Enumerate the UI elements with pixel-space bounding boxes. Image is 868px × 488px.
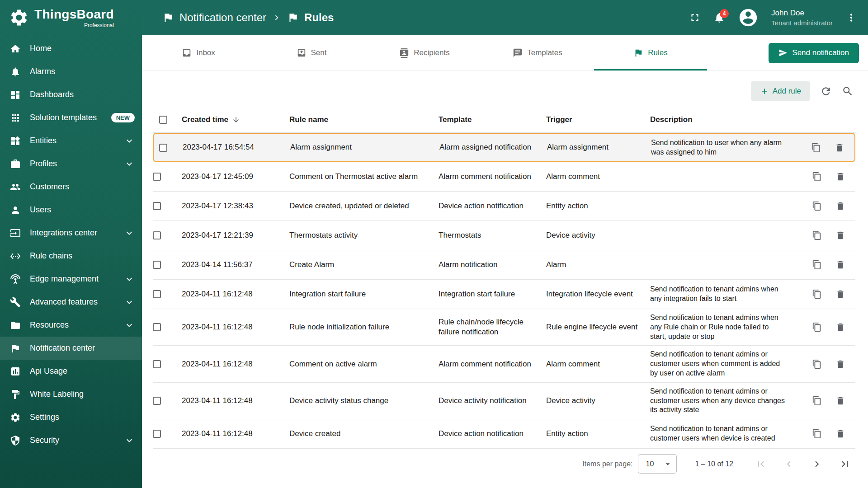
sidebar-item-white-labeling[interactable]: White Labeling xyxy=(0,383,142,406)
delete-rule-button[interactable] xyxy=(835,289,845,299)
sidebar-item-notification-center[interactable]: Notification center xyxy=(0,337,142,360)
breadcrumb-notification-center[interactable]: Notification center xyxy=(179,11,266,24)
row-checkbox[interactable] xyxy=(153,202,161,210)
row-checkbox[interactable] xyxy=(153,323,161,331)
table-row[interactable]: 2023-04-11 16:12:48 Rule node initializa… xyxy=(153,309,855,346)
delete-rule-button[interactable] xyxy=(835,429,845,439)
sidebar-item-home[interactable]: Home xyxy=(0,37,142,60)
refresh-button[interactable] xyxy=(820,85,832,97)
add-rule-button[interactable]: Add rule xyxy=(751,81,810,101)
cell-rule-name: Alarm assignment xyxy=(290,138,439,156)
search-button[interactable] xyxy=(842,85,854,97)
column-template[interactable]: Template xyxy=(439,115,546,124)
delete-rule-button[interactable] xyxy=(835,359,845,369)
table-row[interactable]: 2023-04-17 12:38:43 Device created, upda… xyxy=(153,192,855,221)
sidebar-item-settings[interactable]: Settings xyxy=(0,406,142,429)
table-row[interactable]: 2023-04-17 16:54:54 Alarm assignment Ala… xyxy=(153,133,855,162)
sidebar-item-resources[interactable]: Resources xyxy=(0,314,142,337)
cell-description xyxy=(650,261,796,269)
copy-rule-button[interactable] xyxy=(812,172,822,182)
copy-rule-button[interactable] xyxy=(811,143,821,153)
tab-rules[interactable]: Rules xyxy=(594,35,707,70)
column-description[interactable]: Description xyxy=(650,115,796,124)
sidebar-item-customers[interactable]: Customers xyxy=(0,175,142,198)
copy-rule-button[interactable] xyxy=(812,201,822,211)
sidebar-item-alarms[interactable]: Alarms xyxy=(0,60,142,83)
sort-descending-icon xyxy=(232,116,240,124)
cell-rule-name: Comment on Thermostat active alarm xyxy=(289,168,439,186)
user-menu[interactable]: John Doe Tenant administrator xyxy=(771,9,833,27)
table-row[interactable]: 2023-04-17 12:21:39 Thermostats activity… xyxy=(153,221,855,250)
row-checkbox[interactable] xyxy=(153,173,161,181)
table-row[interactable]: 2023-04-14 11:56:37 Create Alarm Alarm n… xyxy=(153,250,855,280)
more-menu-button[interactable] xyxy=(845,12,857,23)
cell-created-time: 2023-04-14 11:56:37 xyxy=(182,256,289,274)
column-rule-name[interactable]: Rule name xyxy=(289,115,439,124)
notifications-button[interactable]: 4 xyxy=(713,12,725,23)
column-created-time[interactable]: Created time xyxy=(182,115,289,124)
cell-trigger: Rule engine lifecycle event xyxy=(546,318,650,336)
sidebar-item-integrations-center[interactable]: Integrations center xyxy=(0,221,142,244)
sidebar-item-dashboards[interactable]: Dashboards xyxy=(0,83,142,106)
copy-rule-button[interactable] xyxy=(812,322,822,332)
plus-icon xyxy=(760,87,769,96)
copy-rule-button[interactable] xyxy=(812,260,822,270)
sidebar: ThingsBoard Professional Home Alarms Das… xyxy=(0,0,142,488)
delete-rule-button[interactable] xyxy=(835,396,845,406)
sidebar-item-profiles[interactable]: Profiles xyxy=(0,152,142,175)
delete-rule-button[interactable] xyxy=(835,172,845,182)
table-row[interactable]: 2023-04-11 16:12:48 Comment on active al… xyxy=(153,346,855,382)
row-checkbox[interactable] xyxy=(153,261,161,269)
row-checkbox[interactable] xyxy=(153,397,161,405)
tab-inbox[interactable]: Inbox xyxy=(142,35,255,70)
row-checkbox[interactable] xyxy=(153,231,161,239)
sidebar-item-security[interactable]: Security xyxy=(0,429,142,452)
cell-trigger: Alarm comment xyxy=(546,355,650,373)
delete-rule-button[interactable] xyxy=(835,230,845,240)
avatar[interactable] xyxy=(738,7,759,28)
sidebar-item-label: Edge management xyxy=(30,274,99,284)
copy-rule-button[interactable] xyxy=(812,429,822,439)
cell-trigger: Entity action xyxy=(546,197,650,215)
last-page-button[interactable] xyxy=(839,458,851,470)
sidebar-item-users[interactable]: Users xyxy=(0,198,142,221)
chevron-down-icon xyxy=(124,274,135,285)
send-notification-button[interactable]: Send notification xyxy=(769,43,859,63)
sidebar-item-rule-chains[interactable]: Rule chains xyxy=(0,244,142,267)
items-per-page-select[interactable]: 10 xyxy=(638,454,677,474)
row-checkbox[interactable] xyxy=(159,144,167,152)
delete-rule-button[interactable] xyxy=(835,201,845,211)
sidebar-item-entities[interactable]: Entities xyxy=(0,129,142,152)
sidebar-item-label: Notification center xyxy=(30,343,95,353)
delete-rule-button[interactable] xyxy=(835,260,845,270)
copy-rule-button[interactable] xyxy=(812,359,822,369)
tab-recipients[interactable]: Recipients xyxy=(368,35,481,70)
table-row[interactable]: 2023-04-11 16:12:48 Integration start fa… xyxy=(153,280,855,309)
tab-templates[interactable]: Templates xyxy=(481,35,594,70)
delete-rule-button[interactable] xyxy=(835,143,844,153)
row-checkbox[interactable] xyxy=(153,360,161,368)
sidebar-item-api-usage[interactable]: Api Usage xyxy=(0,360,142,383)
delete-rule-button[interactable] xyxy=(835,322,845,332)
copy-rule-button[interactable] xyxy=(812,230,822,240)
sidebar-item-advanced-features[interactable]: Advanced features xyxy=(0,291,142,314)
table-row[interactable]: 2023-04-11 16:12:48 Device created Devic… xyxy=(153,419,855,449)
app-logo[interactable]: ThingsBoard Professional xyxy=(0,0,142,35)
cell-created-time: 2023-04-11 16:12:48 xyxy=(182,392,289,410)
row-checkbox[interactable] xyxy=(153,290,161,298)
copy-rule-button[interactable] xyxy=(812,289,822,299)
fullscreen-button[interactable] xyxy=(689,12,701,23)
select-all-checkbox[interactable] xyxy=(159,116,167,124)
next-page-button[interactable] xyxy=(811,458,823,470)
sidebar-item-edge-management[interactable]: Edge management xyxy=(0,267,142,291)
row-checkbox[interactable] xyxy=(153,430,161,438)
sidebar-item-solution-templates[interactable]: Solution templates NEW xyxy=(0,106,142,129)
table-row[interactable]: 2023-04-11 16:12:48 Device activity stat… xyxy=(153,383,855,419)
table-row[interactable]: 2023-04-17 12:45:09 Comment on Thermosta… xyxy=(153,162,855,192)
cell-description xyxy=(650,202,796,210)
tab-sent[interactable]: Sent xyxy=(255,35,368,70)
column-trigger[interactable]: Trigger xyxy=(546,115,650,124)
copy-rule-button[interactable] xyxy=(812,396,822,406)
first-page-button[interactable] xyxy=(755,458,767,470)
previous-page-button[interactable] xyxy=(783,458,795,470)
